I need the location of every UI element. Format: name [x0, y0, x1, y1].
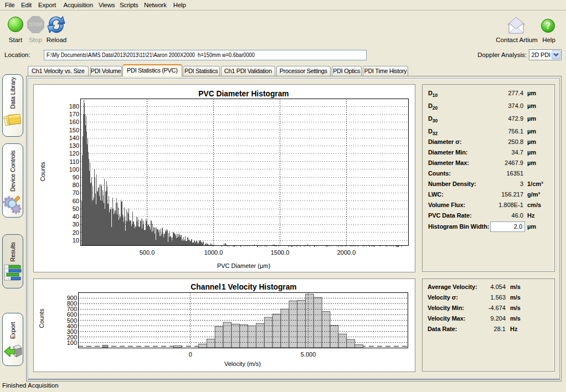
- svg-text:Channel 1 Velocity Histogram: Channel 1 Velocity Histogram: [191, 283, 296, 291]
- svg-text:130: 130: [69, 142, 79, 149]
- svg-text:150: 150: [69, 127, 79, 133]
- svg-text:90: 90: [73, 174, 79, 180]
- svg-text:Counts: Counts: [39, 162, 46, 181]
- svg-text:500.0: 500.0: [140, 249, 155, 256]
- svg-text:100: 100: [69, 166, 79, 173]
- svg-text:1000.0: 1000.0: [204, 249, 223, 256]
- svg-text:Velocity (m/s): Velocity (m/s): [224, 360, 261, 367]
- svg-text:60: 60: [73, 198, 79, 204]
- svg-text:160: 160: [69, 118, 79, 125]
- svg-text:180: 180: [69, 103, 79, 110]
- svg-text:900: 900: [67, 295, 77, 301]
- svg-text:140: 140: [69, 135, 79, 141]
- svg-text:30: 30: [73, 221, 79, 228]
- svg-text:2000.0: 2000.0: [337, 249, 356, 256]
- svg-text:80: 80: [73, 182, 79, 188]
- svg-text:170: 170: [69, 111, 79, 117]
- svg-text:120: 120: [69, 150, 79, 157]
- svg-text:PVC Diameter Histogram: PVC Diameter Histogram: [198, 90, 289, 98]
- svg-text:10: 10: [73, 237, 79, 244]
- svg-text:70: 70: [73, 189, 79, 196]
- svg-text:5.000: 5.000: [301, 351, 316, 358]
- svg-text:110: 110: [69, 158, 79, 165]
- svg-text:1500.0: 1500.0: [271, 249, 290, 256]
- svg-text:20: 20: [73, 229, 79, 236]
- svg-text:PVC Diameter (µm): PVC Diameter (µm): [217, 262, 270, 269]
- svg-text:Counts: Counts: [38, 308, 45, 328]
- svg-text:0: 0: [189, 351, 192, 358]
- svg-text:40: 40: [73, 213, 79, 220]
- svg-text:50: 50: [73, 205, 79, 212]
